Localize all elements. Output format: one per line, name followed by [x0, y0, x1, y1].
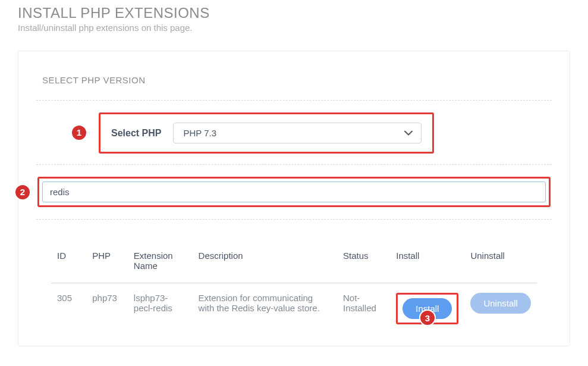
th-name: Extension Name	[128, 243, 193, 283]
divider	[36, 219, 552, 220]
select-php-highlight: Select PHP PHP 7.3	[99, 112, 434, 154]
th-id: ID	[51, 243, 86, 283]
th-php: PHP	[86, 243, 128, 283]
cell-status: Not-Installed	[337, 283, 390, 334]
annotation-badge-2: 2	[14, 184, 31, 201]
annotation-badge-1: 1	[71, 124, 87, 141]
cell-php: php73	[86, 283, 128, 334]
search-input[interactable]	[42, 182, 546, 202]
table-row: 305 php73 lsphp73-pecl-redis Extension f…	[51, 283, 537, 334]
php-version-select[interactable]: PHP 7.3	[173, 123, 422, 143]
cell-install: Install 3	[390, 283, 464, 334]
page-subtitle: Install/uninstall php extensions on this…	[18, 23, 570, 33]
th-install: Install	[390, 243, 464, 283]
section-label: SELECT PHP VERSION	[36, 75, 552, 100]
php-version-selected: PHP 7.3	[183, 128, 216, 138]
uninstall-button[interactable]: Uninstall	[470, 293, 531, 314]
page-title: INSTALL PHP EXTENSIONS	[18, 5, 570, 21]
th-status: Status	[337, 243, 390, 283]
extensions-table: ID PHP Extension Name Description Status…	[51, 243, 537, 334]
chevron-down-icon	[404, 130, 413, 136]
th-desc: Description	[193, 243, 337, 283]
cell-name: lsphp73-pecl-redis	[128, 283, 193, 334]
select-php-label: Select PHP	[111, 128, 161, 139]
annotation-badge-3: 3	[419, 309, 436, 326]
th-uninstall: Uninstall	[464, 243, 537, 283]
extensions-table-wrap: ID PHP Extension Name Description Status…	[36, 243, 552, 334]
cell-id: 305	[51, 283, 86, 334]
table-header-row: ID PHP Extension Name Description Status…	[51, 243, 537, 283]
cell-uninstall: Uninstall	[464, 283, 537, 334]
extensions-card: SELECT PHP VERSION 1 Select PHP PHP 7.3 …	[18, 51, 570, 346]
cell-desc: Extension for communicating with the Red…	[193, 283, 337, 334]
search-highlight	[37, 177, 551, 207]
